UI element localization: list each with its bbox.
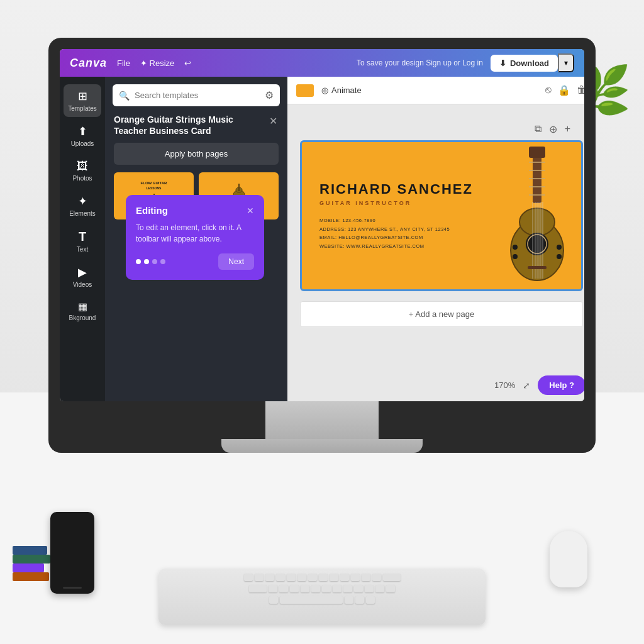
animate-icon: ◎ — [321, 86, 328, 95]
duplicate-page-button[interactable]: ⊕ — [549, 123, 557, 135]
sidebar-photos-label: Photos — [72, 175, 92, 182]
guitar-graphic — [493, 142, 581, 289]
canvas-topbar: ◎ Animate ⎋ 🔒 🗑 — [287, 77, 584, 104]
key — [311, 585, 320, 592]
expand-icon[interactable]: ⤢ — [523, 380, 530, 391]
tooltip-progress-dots — [136, 259, 165, 264]
key — [319, 574, 328, 581]
key — [383, 574, 401, 581]
svg-rect-8 — [529, 147, 545, 158]
search-input[interactable] — [135, 91, 260, 100]
books-decoration — [13, 546, 50, 581]
sidebar-item-photos[interactable]: 🖼 Photos — [64, 155, 101, 187]
apply-both-pages-button[interactable]: Apply both pages — [114, 143, 279, 165]
keyboard-row-3 — [269, 596, 375, 604]
sidebar-elements-label: Elements — [69, 210, 96, 217]
mouse — [550, 531, 587, 587]
canvas-topbar-right: ⎋ 🔒 🗑 — [545, 84, 584, 96]
sidebar-item-videos[interactable]: ▶ Videos — [64, 260, 101, 293]
search-icon: 🔍 — [119, 91, 130, 101]
canvas-bottombar: 170% ⤢ Help ? — [287, 369, 584, 401]
keyboard-row-1 — [244, 574, 401, 581]
page-color-indicator — [296, 84, 314, 97]
svg-point-30 — [557, 245, 562, 250]
key — [354, 585, 363, 592]
key — [366, 596, 375, 604]
delete-icon[interactable]: 🗑 — [577, 84, 584, 96]
file-menu-button[interactable]: File — [117, 58, 130, 68]
sidebar-bkground-label: Bkground — [69, 314, 96, 321]
key — [351, 574, 360, 581]
space-key — [280, 596, 343, 604]
tooltip-close-button[interactable]: ✕ — [247, 206, 254, 216]
dot-3 — [152, 259, 157, 264]
help-button[interactable]: Help ? — [538, 375, 584, 395]
lock-icon[interactable]: 🔒 — [558, 84, 570, 96]
sidebar-item-uploads[interactable]: ⬆ Uploads — [64, 119, 101, 152]
download-dropdown-button[interactable]: ▾ — [558, 53, 574, 72]
business-card[interactable]: RICHARD SANCHEZ GUITAR INSTRUCTOR MOBILE… — [300, 140, 583, 291]
dot-2 — [144, 259, 149, 264]
canvas-area: ◎ Animate ⎋ 🔒 🗑 — [287, 77, 584, 401]
keyboard-row-2 — [249, 585, 395, 592]
save-prompt-text: To save your design Sign up or Log in — [357, 58, 483, 67]
templates-icon: ⊞ — [78, 89, 87, 103]
key — [345, 596, 353, 604]
text-icon: T — [79, 230, 86, 244]
key — [244, 574, 253, 581]
template-title: Orange Guitar Strings Music Teacher Busi… — [114, 114, 268, 136]
key — [279, 585, 288, 592]
photos-icon: 🖼 — [77, 160, 88, 173]
svg-rect-6 — [238, 184, 240, 191]
template-header: Orange Guitar Strings Music Teacher Busi… — [105, 114, 287, 143]
key — [297, 574, 306, 581]
sidebar-text-label: Text — [77, 246, 88, 253]
key — [330, 574, 338, 581]
filter-icon[interactable]: ⚙ — [265, 89, 274, 101]
sidebar-item-text[interactable]: T Text — [64, 225, 101, 258]
resize-button[interactable]: ✦ Resize — [140, 58, 174, 68]
download-button[interactable]: ⬇ Download — [491, 55, 558, 72]
navbar-right: To save your design Sign up or Log in ⬇ … — [357, 53, 574, 72]
sidebar-videos-label: Videos — [73, 281, 92, 288]
animate-button[interactable]: ◎ Animate — [321, 86, 362, 95]
add-page-button[interactable]: + — [565, 123, 570, 135]
key — [249, 585, 267, 592]
add-new-page-button[interactable]: + Add a new page — [300, 301, 583, 327]
tooltip-next-button[interactable]: Next — [218, 253, 254, 270]
videos-icon: ▶ — [78, 265, 87, 279]
key — [372, 574, 381, 581]
desk-scene: 🌿 Canva File ✦ Resize ↩ To save your des… — [0, 0, 644, 644]
key — [386, 585, 395, 592]
tooltip-title: Editing — [136, 205, 168, 216]
copy-page-button[interactable]: ⧉ — [535, 123, 541, 135]
key — [340, 574, 349, 581]
search-bar: 🔍 ⚙ — [113, 84, 280, 106]
svg-point-29 — [513, 245, 518, 250]
sidebar-item-elements[interactable]: ✦ Elements — [64, 189, 101, 222]
download-icon: ⬇ — [499, 58, 506, 68]
sidebar-item-bkground[interactable]: ▦ Bkground — [64, 296, 101, 326]
guitar-svg — [496, 147, 578, 285]
key — [343, 585, 352, 592]
template-close-button[interactable]: ✕ — [268, 114, 279, 128]
undo-button[interactable]: ↩ — [184, 58, 191, 68]
key — [269, 585, 277, 592]
svg-point-27 — [513, 254, 518, 259]
sidebar-item-templates[interactable]: ⊞ Templates — [64, 84, 101, 117]
key — [265, 574, 274, 581]
monitor-stand-base — [221, 439, 423, 453]
key — [308, 574, 317, 581]
share-icon[interactable]: ⎋ — [545, 84, 552, 96]
sidebar-templates-label: Templates — [68, 105, 97, 112]
key — [333, 585, 341, 592]
key — [287, 574, 296, 581]
download-label: Download — [510, 58, 549, 68]
download-btn-group: ⬇ Download ▾ — [491, 53, 574, 72]
tooltip-body: To edit an element, click on it. A toolb… — [136, 222, 254, 245]
editing-tooltip: Editing ✕ To edit an element, click on i… — [126, 195, 264, 280]
sidebar-uploads-label: Uploads — [71, 140, 94, 147]
key — [365, 585, 374, 592]
sidebar-icons: ⊞ Templates ⬆ Uploads 🖼 Photos ✦ — [60, 77, 105, 401]
key — [362, 574, 370, 581]
